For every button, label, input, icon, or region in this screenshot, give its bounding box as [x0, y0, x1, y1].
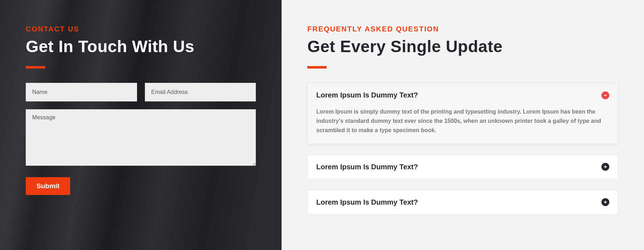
message-field[interactable] — [26, 109, 256, 166]
svg-rect-4 — [605, 201, 606, 204]
faq-item-2: Lorem Ipsum Is Dummy Text? — [307, 190, 618, 215]
minus-icon — [601, 91, 609, 99]
faq-question: Lorem Ipsum Is Dummy Text? — [316, 91, 418, 99]
faq-panel: FREQUENTLY ASKED QUESTION Get Every Sing… — [282, 0, 644, 250]
faq-question: Lorem Ipsum Is Dummy Text? — [316, 198, 418, 206]
faq-eyebrow: FREQUENTLY ASKED QUESTION — [307, 25, 618, 33]
contact-panel: CONTACT US Get In Touch With Us Submit — [0, 0, 282, 250]
plus-icon — [601, 163, 609, 171]
email-field[interactable] — [145, 83, 256, 101]
plus-icon — [601, 198, 609, 206]
faq-question: Lorem Ipsum Is Dummy Text? — [316, 163, 418, 171]
accordion: Lorem Ipsum Is Dummy Text? Lorem Ipsum i… — [307, 83, 618, 215]
contact-heading: Get In Touch With Us — [26, 37, 256, 56]
faq-item-0: Lorem Ipsum Is Dummy Text? Lorem Ipsum i… — [307, 83, 618, 144]
form-row — [26, 83, 256, 101]
svg-rect-0 — [604, 95, 607, 96]
faq-toggle-2[interactable]: Lorem Ipsum Is Dummy Text? — [308, 190, 618, 214]
contact-eyebrow: CONTACT US — [26, 25, 256, 33]
accent-bar — [26, 66, 45, 69]
faq-heading: Get Every Single Update — [307, 37, 618, 56]
faq-toggle-1[interactable]: Lorem Ipsum Is Dummy Text? — [308, 155, 618, 179]
faq-toggle-0[interactable]: Lorem Ipsum Is Dummy Text? — [308, 83, 618, 107]
faq-item-1: Lorem Ipsum Is Dummy Text? — [307, 155, 618, 179]
submit-button[interactable]: Submit — [26, 177, 70, 195]
name-field[interactable] — [26, 83, 137, 101]
svg-rect-2 — [605, 165, 606, 168]
accent-bar — [307, 66, 327, 69]
faq-answer: Lorem Ipsum is simply dummy text of the … — [308, 107, 618, 135]
